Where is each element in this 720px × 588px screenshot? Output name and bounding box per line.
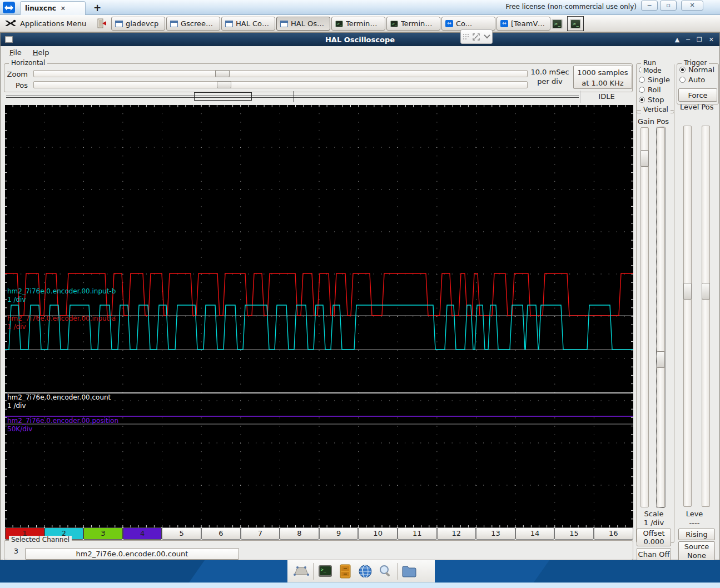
- run-mode-stop[interactable]: Stop: [637, 94, 674, 104]
- channel-button-7[interactable]: 7: [241, 527, 280, 540]
- trigger-auto[interactable]: Auto: [677, 74, 718, 84]
- new-tab-button[interactable]: +: [93, 2, 101, 13]
- channel-button-10[interactable]: 10: [358, 527, 398, 540]
- scale-label: Scale: [636, 510, 672, 519]
- channel-off-button[interactable]: Chan Off: [637, 548, 671, 561]
- session-tab[interactable]: linuxcnc ✕: [20, 1, 86, 15]
- radio-icon[interactable]: [639, 87, 645, 93]
- pos-label: Pos: [6, 81, 28, 89]
- applications-menu-button[interactable]: Applications Menu: [2, 16, 91, 31]
- run-mode-roll[interactable]: Roll: [637, 84, 674, 94]
- samples-rate: at 1.00 KHz: [574, 78, 632, 88]
- time-per-div-text: 10.0 mSec per div: [529, 67, 571, 86]
- rollup-icon[interactable]: ▲: [675, 36, 679, 43]
- channel-button-12[interactable]: 12: [437, 527, 476, 540]
- restore-icon[interactable]: ❐: [697, 36, 702, 43]
- close-button[interactable]: ✕: [681, 1, 703, 11]
- scope-display: hm2_7i76e.0.encoder.00.input-b 1 /div hm…: [5, 105, 633, 527]
- vertical-gain-handle[interactable]: [640, 150, 649, 167]
- channel-button-4[interactable]: 4: [123, 527, 162, 540]
- radio-icon[interactable]: [639, 97, 645, 103]
- pos-slider[interactable]: [33, 81, 528, 88]
- terminal-launcher-button-focused[interactable]: >_: [567, 16, 584, 31]
- terminal-launcher-button[interactable]: >_: [549, 17, 565, 31]
- view-window-indicator[interactable]: [194, 92, 252, 101]
- screen: linuxcnc ✕ + Free license (non-commercia…: [0, 0, 720, 588]
- xfce-mouse-icon: [4, 18, 17, 28]
- channel-button-3[interactable]: 3: [83, 527, 123, 540]
- samples-button[interactable]: 1000 samples at 1.00 KHz: [573, 66, 632, 89]
- taskbar-window-terminal-[interactable]: >_Terminal...: [331, 17, 385, 31]
- selected-channel-name-button[interactable]: hm2_7i76e.0.encoder.00.count: [25, 548, 239, 560]
- channel-button-5[interactable]: 5: [162, 527, 201, 540]
- radio-icon[interactable]: [679, 77, 686, 83]
- trigger-pos-slider[interactable]: [702, 126, 710, 507]
- teamviewer-mini-toolbar[interactable]: [460, 29, 493, 44]
- menu-file[interactable]: File: [5, 47, 26, 58]
- trigger-level-handle[interactable]: [683, 283, 692, 300]
- vertical-gain-slider[interactable]: [640, 127, 649, 507]
- teamviewer-icon: ⇔: [500, 20, 508, 27]
- taskbar-window-hal-con-[interactable]: HAL Con...: [221, 17, 275, 31]
- channel-button-13[interactable]: 13: [476, 527, 515, 540]
- logout-button[interactable]: [93, 17, 110, 30]
- web-browser-icon[interactable]: [357, 563, 374, 580]
- session-tab-title: linuxcnc: [25, 4, 56, 12]
- taskbar-window-hal-osc-[interactable]: HAL Osc...: [276, 17, 330, 31]
- trigger-position-marker[interactable]: [294, 91, 294, 102]
- window-icon: [225, 21, 233, 27]
- window-icon[interactable]: [5, 36, 13, 43]
- minimize-icon[interactable]: ─: [686, 36, 690, 43]
- teamviewer-logo-icon: [3, 2, 15, 13]
- taskbar-window-terminal-[interactable]: >_Terminal...: [386, 17, 440, 31]
- channel-button-14[interactable]: 14: [515, 527, 555, 540]
- radio-icon[interactable]: [679, 67, 686, 73]
- channel-button-15[interactable]: 15: [554, 527, 594, 540]
- fullscreen-icon[interactable]: [473, 33, 480, 41]
- minimize-button[interactable]: ─: [641, 1, 658, 11]
- search-icon[interactable]: [377, 563, 394, 580]
- maximize-button[interactable]: ▫: [660, 1, 677, 11]
- file-manager-icon[interactable]: [401, 563, 418, 580]
- trigger-level-slider[interactable]: [683, 126, 692, 507]
- channel-button-16[interactable]: 16: [594, 527, 633, 540]
- offset-button[interactable]: Offset 0.000: [637, 529, 671, 546]
- channel-1-trace-label: hm2_7i76e.0.encoder.00.input-a 1 /div: [7, 315, 116, 331]
- tab-close-icon[interactable]: ✕: [61, 5, 66, 12]
- channel-4-trace-label: hm2_7i76e.0.encoder.00.position 50K/div: [7, 417, 118, 433]
- channel-button-8[interactable]: 8: [280, 527, 319, 540]
- channel-button-11[interactable]: 11: [398, 527, 437, 540]
- channel-button-6[interactable]: 6: [201, 527, 241, 540]
- title-bar[interactable]: HAL Oscilloscope ▲ ─ ❐ ✕: [1, 33, 719, 46]
- show-desktop-icon[interactable]: [293, 563, 310, 580]
- vertical-pos-handle[interactable]: [657, 351, 665, 368]
- chevron-down-icon[interactable]: [484, 34, 490, 39]
- taskbar-window-co-[interactable]: ⇔Co...: [441, 17, 495, 31]
- teamviewer-icon: ⇔: [445, 20, 453, 27]
- taskbar-window-label: Co...: [456, 19, 472, 28]
- trigger-pos-handle[interactable]: [702, 283, 710, 300]
- vertical-label: Vertical: [641, 106, 671, 113]
- trigger-edge-button[interactable]: Rising: [678, 529, 715, 540]
- terminal-icon: >_: [552, 19, 563, 29]
- zoom-slider-handle[interactable]: [215, 70, 230, 77]
- pos-slider-handle[interactable]: [217, 81, 231, 88]
- taskbar-window--teamvi-[interactable]: ⇔[TeamVi...: [496, 17, 550, 31]
- zoom-slider[interactable]: [33, 70, 528, 77]
- menu-help[interactable]: Help: [28, 47, 54, 58]
- level-pos-label: Level Pos: [680, 103, 717, 111]
- horizontal-group-label: Horizontal: [9, 59, 47, 67]
- taskbar-window-gscreen-[interactable]: Gscreen...: [166, 17, 220, 31]
- taskbar-window-gladevcp[interactable]: gladevcp: [111, 17, 165, 31]
- file-cabinet-icon[interactable]: [337, 563, 354, 580]
- channel-button-9[interactable]: 9: [319, 527, 359, 540]
- taskbar-window-label: HAL Con...: [236, 19, 271, 28]
- run-mode-single[interactable]: Single: [637, 74, 674, 84]
- force-button[interactable]: Force: [678, 88, 717, 102]
- trigger-source-button[interactable]: Source None: [678, 541, 715, 561]
- trigger-level-text: Leve ----: [677, 510, 712, 527]
- close-icon[interactable]: ✕: [709, 36, 714, 43]
- vertical-pos-slider[interactable]: [657, 127, 665, 507]
- terminal-icon[interactable]: >_: [317, 563, 334, 580]
- radio-icon[interactable]: [639, 77, 645, 83]
